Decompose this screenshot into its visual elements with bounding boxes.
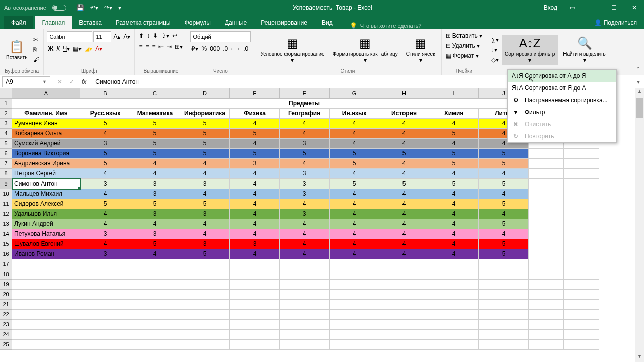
cell-F19[interactable] (280, 280, 330, 290)
cell-J22[interactable] (479, 310, 529, 320)
cell-C23[interactable] (130, 320, 180, 330)
header-F[interactable]: География (280, 109, 330, 119)
cell-F10[interactable]: 3 (280, 189, 330, 199)
cell-C21[interactable] (130, 300, 180, 310)
cell-I22[interactable] (429, 310, 479, 320)
cell-F12[interactable]: 3 (280, 209, 330, 219)
cell-A7[interactable]: Андриевская Ирина (12, 159, 80, 169)
cell-A6[interactable]: Воронина Виктория (12, 149, 80, 159)
cell-E13[interactable]: 4 (230, 219, 280, 229)
indent-increase-icon[interactable]: ⇥ (166, 42, 173, 51)
share-button[interactable]: 👤 Поделиться (587, 16, 644, 29)
row-header-23[interactable]: 23 (0, 320, 12, 330)
row-header-24[interactable]: 24 (0, 330, 12, 340)
cell-C9[interactable]: 3 (130, 179, 180, 189)
conditional-format-button[interactable]: ▦Условное форматирование▾ (257, 35, 327, 65)
cell-F4[interactable]: 4 (280, 129, 330, 139)
cell-G24[interactable] (330, 330, 379, 340)
cell-C24[interactable] (130, 330, 180, 340)
cell-D6[interactable]: 5 (180, 149, 230, 159)
cell-D4[interactable]: 5 (180, 129, 230, 139)
row-header-11[interactable]: 11 (0, 199, 12, 209)
cell-H12[interactable]: 4 (379, 209, 429, 219)
cell-H20[interactable] (379, 290, 429, 300)
cell-A11[interactable]: Сидоров Алексей (12, 199, 80, 209)
cell-D13[interactable]: 4 (180, 219, 230, 229)
cell-A9[interactable]: Симонов Антон (12, 179, 80, 189)
cell-E12[interactable]: 4 (230, 209, 280, 219)
tell-me-search[interactable]: Что вы хотите сделать? (360, 23, 422, 29)
cell-L19[interactable] (564, 280, 599, 290)
cell-F17[interactable] (280, 259, 330, 269)
cell-B15[interactable]: 4 (80, 239, 130, 249)
sort-filter-button[interactable]: A↕ZСортировка и фильтр▾ (502, 35, 558, 65)
collapse-ribbon-icon[interactable]: ⌃ (636, 66, 641, 73)
cell-L17[interactable] (564, 259, 599, 269)
login-button[interactable]: Вход (544, 4, 557, 11)
font-name-input[interactable] (47, 31, 92, 42)
cell-A20[interactable] (12, 290, 80, 300)
cell-B24[interactable] (80, 330, 130, 340)
cell-J17[interactable] (479, 259, 529, 269)
align-left-icon[interactable]: ≡ (138, 42, 143, 51)
cell-D10[interactable]: 4 (180, 189, 230, 199)
cell-G5[interactable]: 4 (330, 139, 379, 149)
custom-sort-item[interactable]: ⚙Настраиваемая сортировка... (508, 94, 616, 106)
cell-E15[interactable]: 3 (230, 239, 280, 249)
cell-B10[interactable]: 4 (80, 189, 130, 199)
cell-G10[interactable]: 4 (330, 189, 379, 199)
cell-F8[interactable]: 3 (280, 169, 330, 179)
cell-D5[interactable]: 5 (180, 139, 230, 149)
currency-button[interactable]: ₽▾ (190, 44, 199, 53)
row-header-10[interactable]: 10 (0, 189, 12, 199)
cell-G6[interactable]: 5 (330, 149, 379, 159)
cell-C6[interactable]: 5 (130, 149, 180, 159)
cell-H18[interactable] (379, 269, 429, 280)
cell-B21[interactable] (80, 300, 130, 310)
cell-F24[interactable] (280, 330, 330, 340)
cell-C22[interactable] (130, 310, 180, 320)
col-header-I[interactable]: I (429, 88, 479, 99)
cell-E5[interactable]: 4 (230, 139, 280, 149)
row-header-13[interactable]: 13 (0, 219, 12, 229)
cell-I23[interactable] (429, 320, 479, 330)
cell-H6[interactable]: 5 (379, 149, 429, 159)
row-header-19[interactable]: 19 (0, 280, 12, 290)
cell-D15[interactable]: 3 (180, 239, 230, 249)
row-header-3[interactable]: 3 (0, 119, 12, 129)
font-size-input[interactable] (93, 31, 111, 42)
cell-K22[interactable] (529, 310, 564, 320)
cell-H15[interactable]: 4 (379, 239, 429, 249)
cell-J19[interactable] (479, 280, 529, 290)
cell-H3[interactable]: 4 (379, 119, 429, 129)
cell-K11[interactable] (529, 199, 564, 209)
orientation-icon[interactable]: ⤸▾ (160, 31, 170, 40)
cell-G25[interactable] (330, 340, 379, 350)
col-header-F[interactable]: F (280, 88, 330, 99)
name-box[interactable]: A9▼ (2, 76, 50, 87)
cell-E18[interactable] (230, 269, 280, 280)
cell-A17[interactable] (12, 259, 80, 269)
cell-D3[interactable]: 5 (180, 119, 230, 129)
cell-H9[interactable]: 5 (379, 179, 429, 189)
cell-I24[interactable] (429, 330, 479, 340)
sort-za-item[interactable]: Я↓AСортировка от Я до А (508, 82, 616, 94)
cell-L25[interactable] (564, 340, 599, 350)
cell-A3[interactable]: Румянцев Иван (12, 119, 80, 129)
cell-E3[interactable]: 4 (230, 119, 280, 129)
cell-J6[interactable]: 5 (479, 149, 529, 159)
cell-K17[interactable] (529, 259, 564, 269)
delete-cells-button[interactable]: ⊟ Удалить ▾ (445, 41, 484, 50)
cell-L11[interactable] (564, 199, 599, 209)
cell-C4[interactable]: 5 (130, 129, 180, 139)
row-header-22[interactable]: 22 (0, 310, 12, 320)
cell-J18[interactable] (479, 269, 529, 280)
cell-L14[interactable] (564, 229, 599, 239)
subjects-header[interactable]: Предметы (80, 99, 529, 109)
cell-K24[interactable] (529, 330, 564, 340)
cell-F6[interactable]: 5 (280, 149, 330, 159)
cell-A18[interactable] (12, 269, 80, 280)
close-icon[interactable]: ✕ (629, 4, 640, 11)
cell-L18[interactable] (564, 269, 599, 280)
cell-G15[interactable]: 4 (330, 239, 379, 249)
